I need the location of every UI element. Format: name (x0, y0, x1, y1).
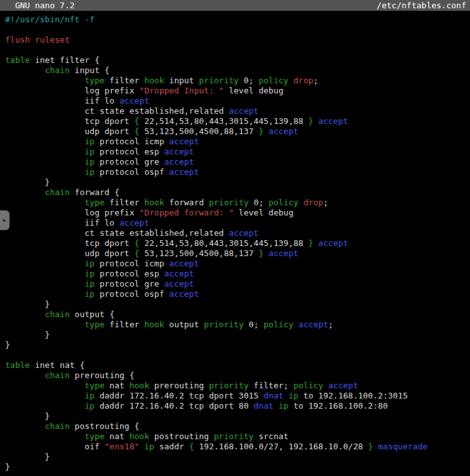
editor-line: chain output { (5, 309, 470, 320)
editor-line: flush ruleset (5, 35, 470, 45)
editor-line: ip daddr 172.16.40.2 tcp dport 3015 dnat… (5, 391, 470, 401)
editor-line: ip protocol esp accept (5, 147, 470, 157)
editor-line: table inet filter { (5, 55, 470, 65)
editor-line: type nat hook postrouting priority srcna… (5, 432, 470, 442)
editor-line: iif lo accept (5, 96, 470, 106)
editor-line: iif lo accept (5, 218, 470, 228)
editor-line: udp dport { 53,123,500,4500,88,137 } acc… (5, 126, 470, 137)
editor-line: } (5, 177, 470, 187)
editor-line: ip protocol gre accept (5, 157, 470, 167)
editor-line: ct state established,related accept (5, 228, 470, 238)
editor-line: } (5, 452, 470, 462)
nano-titlebar: GNU nano 7.2 /etc/nftables.conf (0, 0, 470, 11)
editor-line: type filter hook forward priority 0; pol… (5, 198, 470, 208)
editor-line: type filter hook output priority 0; poli… (5, 320, 470, 330)
editor-line: chain prerouting { (5, 371, 470, 381)
editor-line (5, 45, 470, 55)
editor-line: log prefix "Dropped forward: " level deb… (5, 208, 470, 218)
file-path-label: /etc/nftables.conf (377, 0, 467, 11)
editor-line: ip protocol ospf accept (5, 289, 470, 299)
editor-line: tcp dport { 22,514,53,80,443,3015,445,13… (5, 116, 470, 126)
editor-line: oif "ens18" ip saddr { 192.168.100.0/27,… (5, 442, 470, 452)
editor-line: table inet nat { (5, 360, 470, 371)
editor-line: chain forward { (5, 187, 470, 198)
console-sidebar-toggle[interactable]: ▶ (0, 210, 10, 230)
editor-line (5, 25, 470, 35)
editor-line: } (5, 340, 470, 350)
editor-line: log prefix "Dropped Input: " level debug (5, 86, 470, 96)
editor-line (5, 350, 470, 360)
editor-line: } (5, 411, 470, 421)
editor-line: ip protocol icmp accept (5, 259, 470, 269)
editor-line: } (5, 330, 470, 340)
editor-line: chain postrouting { (5, 421, 470, 432)
editor-line: ip protocol esp accept (5, 269, 470, 279)
editor-line: type nat hook prerouting priority filter… (5, 381, 470, 391)
editor-line: ip protocol icmp accept (5, 137, 470, 147)
editor-line: #!/usr/sbin/nft -f (5, 15, 470, 25)
editor-line: udp dport { 53,123,500,4500,88,137 } acc… (5, 248, 470, 259)
editor-line: tcp dport { 22,514,53,80,443,3015,445,13… (5, 238, 470, 248)
editor-line: type filter hook input priority 0; polic… (5, 76, 470, 86)
app-version-label: GNU nano 7.2 (0, 0, 75, 11)
editor-line: ip protocol ospf accept (5, 167, 470, 177)
terminal-window: GNU nano 7.2 /etc/nftables.conf #!/usr/s… (0, 0, 470, 472)
editor-content[interactable]: #!/usr/sbin/nft -fflush rulesettable ine… (0, 11, 470, 472)
editor-line: ip protocol gre accept (5, 279, 470, 289)
editor-line: } (5, 299, 470, 309)
editor-line: chain input { (5, 65, 470, 76)
editor-line: ct state established,related accept (5, 106, 470, 116)
editor-line: ip daddr 172.16.40.2 tcp dport 80 dnat i… (5, 401, 470, 411)
editor-line: } (5, 462, 470, 472)
chevron-right-icon: ▶ (3, 218, 6, 223)
